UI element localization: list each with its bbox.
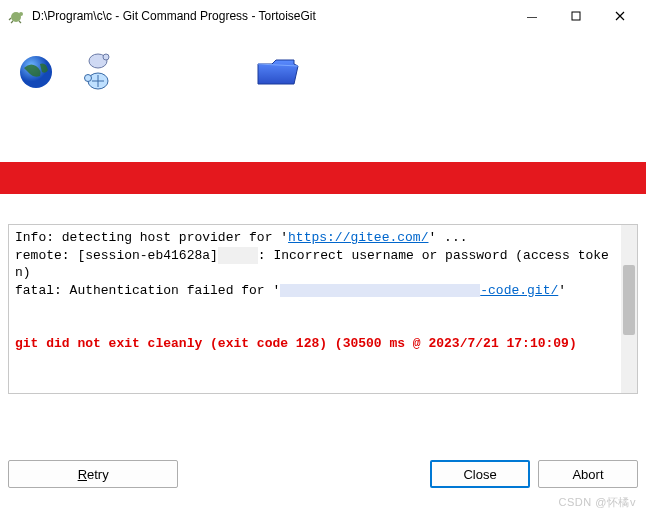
retry-button[interactable]: Retry (8, 460, 178, 488)
globe-icon (16, 52, 56, 92)
close-window-button[interactable] (598, 1, 642, 31)
scrollbar-thumb[interactable] (623, 265, 635, 335)
log-line-remote: remote: [session-eb41628a] : Incorrect u… (15, 248, 609, 281)
svg-point-7 (85, 75, 92, 82)
log-output[interactable]: Info: detecting host provider for 'https… (9, 225, 621, 393)
redacted-url (280, 284, 480, 297)
log-line-info: Info: detecting host provider for 'https… (15, 230, 468, 245)
window-controls: — (510, 1, 642, 31)
close-button[interactable]: Close (430, 460, 530, 488)
tortoise-transfer-icon (80, 51, 116, 93)
folder-icon (254, 54, 302, 90)
detected-host-link[interactable]: https://gitee.com/ (288, 230, 428, 245)
title-bar: D:\Program\c\c - Git Command Progress - … (0, 0, 646, 32)
tortoise-git-icon (8, 8, 24, 24)
log-output-container: Info: detecting host provider for 'https… (8, 224, 638, 394)
repo-url-link[interactable]: -code.git/ (480, 283, 558, 298)
watermark: CSDN @怀橘v (559, 495, 636, 510)
button-row: Retry Close Abort (0, 460, 646, 488)
svg-rect-2 (572, 12, 580, 20)
window-title: D:\Program\c\c - Git Command Progress - … (32, 9, 510, 23)
icon-row (0, 32, 646, 112)
maximize-button[interactable] (554, 1, 598, 31)
abort-button[interactable]: Abort (538, 460, 638, 488)
log-error-line: git did not exit cleanly (exit code 128)… (15, 336, 577, 351)
scrollbar[interactable] (621, 225, 637, 393)
svg-point-5 (103, 54, 109, 60)
svg-point-1 (19, 12, 23, 16)
minimize-button[interactable]: — (510, 1, 554, 31)
progress-bar (0, 162, 646, 194)
log-line-fatal: fatal: Authentication failed for '-code.… (15, 283, 566, 298)
